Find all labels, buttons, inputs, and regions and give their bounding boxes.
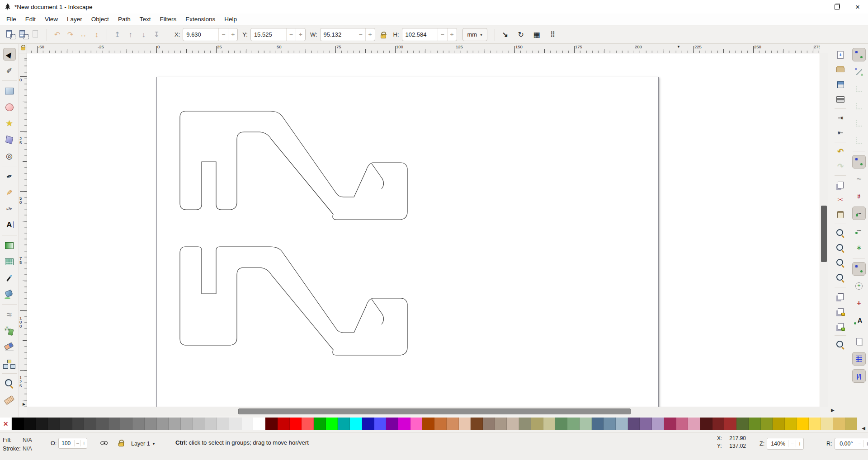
lock-ratio-icon[interactable]: [381, 34, 386, 38]
layer-lock-icon[interactable]: [118, 442, 124, 446]
box3d[interactable]: [3, 133, 16, 146]
text-baseline[interactable]: [852, 314, 866, 327]
duplicate[interactable]: [835, 291, 846, 302]
color-swatch[interactable]: [567, 418, 580, 430]
x-increment-button[interactable]: +: [228, 28, 237, 41]
color-swatch[interactable]: [350, 418, 362, 430]
menu-item[interactable]: Layer: [62, 16, 87, 23]
color-swatch[interactable]: [108, 418, 121, 430]
color-swatch[interactable]: [809, 418, 821, 430]
height-input[interactable]: 102.584: [402, 31, 438, 38]
color-swatch[interactable]: [664, 418, 676, 430]
zoom-page[interactable]: [835, 257, 846, 269]
print-document[interactable]: [835, 94, 846, 105]
color-swatch[interactable]: [229, 418, 241, 430]
color-swatch[interactable]: [495, 418, 507, 430]
menu-item[interactable]: Extensions: [181, 16, 220, 23]
zoom-tool[interactable]: [3, 377, 16, 390]
zoom-page-width[interactable]: [835, 272, 846, 284]
units-dropdown[interactable]: mm ▾: [462, 28, 487, 41]
copy[interactable]: [835, 179, 846, 191]
transform-gradient[interactable]: [546, 28, 559, 41]
color-swatch[interactable]: [362, 418, 374, 430]
no-color-swatch[interactable]: ✕: [0, 418, 12, 430]
color-swatch[interactable]: [326, 418, 338, 430]
measure[interactable]: [3, 394, 16, 406]
snap-bbox[interactable]: [852, 65, 866, 79]
bbox-corners[interactable]: [852, 99, 866, 113]
color-swatch[interactable]: [253, 418, 265, 430]
spray[interactable]: [3, 324, 16, 337]
connector[interactable]: [3, 357, 16, 370]
import[interactable]: [835, 112, 846, 124]
color-swatch[interactable]: [205, 418, 217, 430]
color-swatch[interactable]: [555, 418, 567, 430]
spiral[interactable]: [3, 150, 16, 162]
ruler-corner[interactable]: [19, 44, 27, 53]
rotation-centers[interactable]: [852, 296, 866, 310]
page-border[interactable]: [852, 335, 866, 348]
clone[interactable]: [835, 305, 846, 317]
zoom-decrement-button[interactable]: −: [788, 440, 796, 447]
menu-item[interactable]: Text: [135, 16, 156, 23]
rotate-cw[interactable]: [64, 28, 77, 41]
snap-nodes[interactable]: [852, 155, 866, 169]
color-swatch[interactable]: [290, 418, 302, 430]
horizontal-scrollbar-thumb[interactable]: [238, 408, 631, 414]
color-swatch[interactable]: [773, 418, 785, 430]
height-increment-button[interactable]: +: [447, 28, 457, 41]
tweak[interactable]: [3, 308, 16, 321]
color-swatch[interactable]: [724, 418, 736, 430]
color-swatch[interactable]: [145, 418, 157, 430]
bbox-centers[interactable]: [852, 134, 866, 147]
opacity-input[interactable]: 100: [59, 440, 74, 446]
path-object-lower-hook-detail[interactable]: [372, 299, 384, 324]
gradient[interactable]: [3, 239, 16, 252]
deselect[interactable]: [30, 28, 43, 41]
flip-vertical[interactable]: [90, 28, 103, 41]
opacity-decrement-button[interactable]: −: [74, 440, 80, 446]
snap-others[interactable]: [852, 262, 866, 276]
color-swatch[interactable]: [676, 418, 689, 430]
color-swatch[interactable]: [132, 418, 145, 430]
color-swatch[interactable]: [48, 418, 60, 430]
menu-item[interactable]: Help: [220, 16, 241, 23]
color-swatch[interactable]: [241, 418, 254, 430]
color-swatch[interactable]: [483, 418, 495, 430]
object-centers[interactable]: [852, 279, 866, 293]
export[interactable]: [835, 127, 846, 139]
color-swatch[interactable]: [519, 418, 531, 430]
flip-horizontal[interactable]: [77, 28, 90, 41]
snap-enable[interactable]: [852, 48, 866, 61]
ellipse[interactable]: [3, 101, 16, 113]
rotation-input[interactable]: 0.00°: [835, 441, 856, 447]
redo[interactable]: [835, 160, 846, 172]
menu-item[interactable]: File: [2, 16, 21, 23]
paint-bucket[interactable]: [3, 288, 16, 300]
snap-grid[interactable]: [852, 352, 866, 366]
color-swatch[interactable]: [72, 418, 85, 430]
opacity-increment-button[interactable]: +: [80, 440, 87, 446]
color-swatch[interactable]: [761, 418, 773, 430]
color-swatch[interactable]: [531, 418, 543, 430]
y-decrement-button[interactable]: −: [286, 28, 296, 41]
height-decrement-button[interactable]: −: [438, 28, 447, 41]
color-swatch[interactable]: [616, 418, 628, 430]
pencil[interactable]: [3, 186, 16, 199]
y-increment-button[interactable]: +: [296, 28, 305, 41]
path-intersections[interactable]: [852, 189, 866, 203]
color-swatch[interactable]: [749, 418, 761, 430]
save-document[interactable]: [835, 79, 846, 90]
raise[interactable]: [124, 28, 137, 41]
color-swatch[interactable]: [471, 418, 483, 430]
cut[interactable]: [835, 194, 846, 206]
paste[interactable]: [835, 209, 846, 221]
color-swatch[interactable]: [845, 418, 858, 430]
mesh-gradient[interactable]: [3, 255, 16, 268]
x-decrement-button[interactable]: −: [218, 28, 228, 41]
color-swatch[interactable]: [374, 418, 387, 430]
dropper[interactable]: [3, 272, 16, 284]
raise-to-top[interactable]: [111, 28, 124, 41]
color-swatch[interactable]: [447, 418, 459, 430]
eraser[interactable]: [3, 341, 16, 353]
